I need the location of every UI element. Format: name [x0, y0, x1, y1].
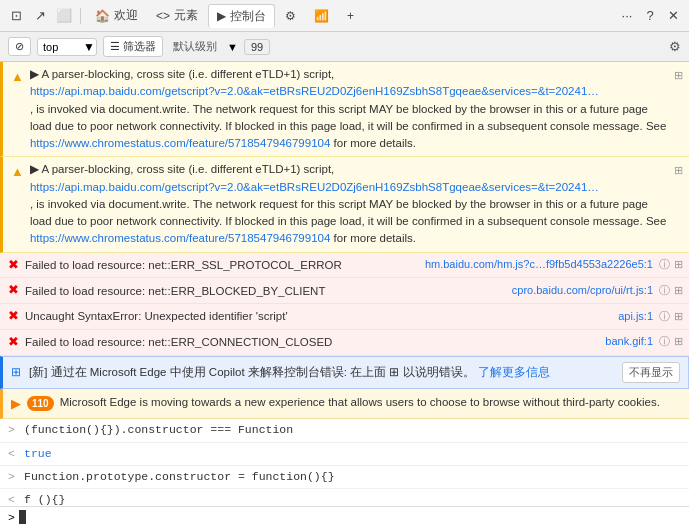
warning-text-end-2: for more details.: [334, 232, 416, 244]
wifi-icon: 📶: [306, 6, 337, 26]
error-count: 99: [251, 41, 263, 53]
tab-welcome[interactable]: 🏠 欢迎: [87, 4, 146, 27]
warning-block-1: ▲ ▶ A parser-blocking, cross site (i.e. …: [0, 62, 689, 157]
tab-icon-home[interactable]: ⊡: [6, 6, 26, 26]
prompt-1: >: [8, 421, 20, 439]
warning-link-1[interactable]: https://api.map.baidu.com/getscript?v=2.…: [30, 85, 599, 97]
filter-button[interactable]: ☰ 筛选器: [103, 36, 163, 57]
filter-icon: ☰: [110, 40, 120, 53]
level-label: 默认级别: [169, 39, 221, 54]
warning-icon-2: ▲: [11, 162, 24, 182]
filter-label: 筛选器: [123, 39, 156, 54]
warning-link2-2[interactable]: https://www.chromestatus.com/feature/571…: [30, 232, 330, 244]
error-icons-3: ⓘ ⊞: [659, 308, 683, 326]
warning-text-before-1: ▶ A parser-blocking, cross site (i.e. di…: [30, 68, 334, 80]
link-icon-2[interactable]: ⊞: [674, 282, 683, 300]
info-icon-1[interactable]: ⓘ: [659, 256, 670, 274]
tab-console-label: 控制台: [230, 8, 266, 25]
elements-icon: <>: [156, 9, 170, 23]
warning-content-1: ▶ A parser-blocking, cross site (i.e. di…: [30, 66, 668, 152]
error-icons-4: ⓘ ⊞: [659, 333, 683, 351]
link-icon-3[interactable]: ⊞: [674, 308, 683, 326]
error-source-link-1[interactable]: hm.baidu.com/hm.js?c…f9fb5d4553a2226e5:1: [425, 256, 653, 274]
copilot-icon: ⊞: [11, 365, 21, 379]
block-icon: ⊘: [15, 40, 24, 53]
tab-icon-new[interactable]: ⬜: [54, 6, 74, 26]
copilot-text-main: [新] 通过在 Microsoft Edge 中使用 Copilot 来解释控制…: [29, 366, 475, 378]
error-text-3: Uncaught SyntaxError: Unexpected identif…: [25, 307, 612, 325]
info-icon-4[interactable]: ⓘ: [659, 333, 670, 351]
error-source-link-2[interactable]: cpro.baidu.com/cpro/ui/rt.js:1: [512, 282, 653, 300]
tab-console[interactable]: ▶ 控制台: [208, 4, 275, 28]
tab-welcome-label: 欢迎: [114, 7, 138, 24]
console-text-1: (function(){}).constructor === Function: [24, 421, 293, 439]
tab-elements[interactable]: <> 元素: [148, 4, 206, 27]
console-area: ▲ ▶ A parser-blocking, cross site (i.e. …: [0, 62, 689, 506]
info-banner: ▶ 110 Microsoft Edge is moving towards a…: [0, 389, 689, 420]
copilot-banner: ⊞ [新] 通过在 Microsoft Edge 中使用 Copilot 来解释…: [0, 356, 689, 389]
error-text-4: Failed to load resource: net::ERR_CONNEC…: [25, 333, 599, 351]
warning-link-2[interactable]: https://api.map.baidu.com/getscript?v=2.…: [30, 181, 599, 193]
console-line-3: > Function.prototype.constructor = funct…: [0, 466, 689, 489]
copilot-dismiss-button[interactable]: 不再显示: [622, 362, 680, 383]
error-text-2: Failed to load resource: net::ERR_BLOCKE…: [25, 282, 506, 300]
top-dropdown-icon[interactable]: ▼: [83, 40, 95, 54]
cursor: [19, 510, 26, 524]
more-icon[interactable]: ···: [617, 6, 637, 26]
console-input-line: >: [0, 506, 689, 527]
warning-text-after-1: , is invoked via document.write. The net…: [30, 103, 667, 132]
error-icon-2: ✖: [8, 280, 19, 301]
close-icon[interactable]: ✕: [663, 6, 683, 26]
tab-add[interactable]: +: [339, 6, 362, 26]
error-source-link-3[interactable]: api.js:1: [618, 308, 653, 326]
console-text-4: f (){}: [24, 491, 65, 506]
settings-gear-icon[interactable]: ⚙: [669, 39, 681, 54]
info-play-icon: ▶: [11, 394, 21, 414]
copilot-learn-more-link[interactable]: 了解更多信息: [478, 366, 550, 378]
error-row-1: ✖ Failed to load resource: net::ERR_SSL_…: [0, 253, 689, 279]
link-icon-1[interactable]: ⊞: [674, 256, 683, 274]
block-button[interactable]: ⊘: [8, 37, 31, 56]
nav-tabs: 🏠 欢迎 <> 元素 ▶ 控制台 ⚙ 📶 +: [87, 4, 613, 28]
top-input[interactable]: [43, 41, 83, 53]
tab-settings[interactable]: ⚙: [277, 6, 304, 26]
tab-elements-label: 元素: [174, 7, 198, 24]
warning-block-2: ▲ ▶ A parser-blocking, cross site (i.e. …: [0, 157, 689, 252]
info-banner-text: Microsoft Edge is moving towards a new e…: [60, 394, 660, 411]
tab-icon-inspect[interactable]: ↗: [30, 6, 50, 26]
error-icon-3: ✖: [8, 306, 19, 327]
console-text-2: true: [24, 445, 52, 463]
warning-content-2: ▶ A parser-blocking, cross site (i.e. di…: [30, 161, 668, 247]
warning-external-icon-2[interactable]: ⊞: [674, 162, 683, 179]
warning-text-before-2: ▶ A parser-blocking, cross site (i.e. di…: [30, 163, 334, 175]
toolbar-right: ··· ? ✕: [617, 6, 683, 26]
error-count-badge[interactable]: 99: [244, 39, 270, 55]
console-line-4: < f (){}: [0, 489, 689, 506]
help-icon[interactable]: ?: [640, 6, 660, 26]
wifi-symbol: 📶: [314, 9, 329, 23]
plus-icon: +: [347, 9, 354, 23]
console-text-3: Function.prototype.constructor = functio…: [24, 468, 335, 486]
prompt-3: >: [8, 468, 20, 486]
warning-text-after-2: , is invoked via document.write. The net…: [30, 198, 667, 227]
error-row-3: ✖ Uncaught SyntaxError: Unexpected ident…: [0, 304, 689, 330]
error-icon-4: ✖: [8, 332, 19, 353]
warning-link2-1[interactable]: https://www.chromestatus.com/feature/571…: [30, 137, 330, 149]
error-icons-2: ⓘ ⊞: [659, 282, 683, 300]
warning-external-icon-1[interactable]: ⊞: [674, 67, 683, 84]
toolbar-sep-1: [80, 8, 81, 24]
console-line-1: > (function(){}).constructor === Functio…: [0, 419, 689, 442]
info-icon-3[interactable]: ⓘ: [659, 308, 670, 326]
link-icon-4[interactable]: ⊞: [674, 333, 683, 351]
error-text-1: Failed to load resource: net::ERR_SSL_PR…: [25, 256, 419, 274]
console-icon: ▶: [217, 9, 226, 23]
console-line-2: < true: [0, 443, 689, 466]
home-icon: 🏠: [95, 9, 110, 23]
top-input-wrap: ▼: [37, 38, 97, 56]
info-icon-2[interactable]: ⓘ: [659, 282, 670, 300]
level-dropdown-icon[interactable]: ▼: [227, 41, 238, 53]
error-row-2: ✖ Failed to load resource: net::ERR_BLOC…: [0, 278, 689, 304]
error-source-link-4[interactable]: bank.gif:1: [605, 333, 653, 351]
gear-tab-icon: ⚙: [285, 9, 296, 23]
devtools-toolbar: ⊘ ▼ ☰ 筛选器 默认级别 ▼ 99 ⚙: [0, 32, 689, 62]
